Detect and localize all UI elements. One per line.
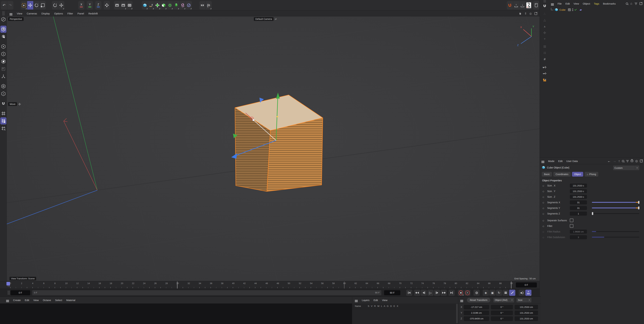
grid-line-snap-button[interactable] [541,50,548,56]
am-back-icon[interactable]: ← [607,159,611,163]
tab-basic[interactable]: Basic [542,172,552,176]
layers-menu-edit[interactable]: Edit [374,299,378,302]
material-menu-icon[interactable] [6,300,9,300]
mat-menu-create[interactable]: Create [13,299,21,302]
viewport-canvas[interactable]: Y X Z Perspective Default Camera ⇄ Move … [7,16,540,281]
segments-z-slider[interactable] [592,213,639,214]
coordinates-menu-icon[interactable] [460,300,463,300]
go-to-end-button[interactable] [448,290,455,296]
autokey-button[interactable]: A [464,290,470,296]
view-label[interactable]: Perspective [8,17,24,21]
layers-menu-view[interactable]: View [382,299,388,302]
lock-x-axis[interactable]: X [78,1,84,10]
segments-x-slider[interactable] [592,202,639,203]
om-menu-file[interactable]: File [558,2,562,5]
tweak-mode-button[interactable] [0,66,6,72]
go-to-start-button[interactable] [406,290,412,296]
position-x-field[interactable]: -17.217 cm [464,305,489,310]
fillet-checkbox[interactable] [570,224,573,228]
next-key-button[interactable] [440,290,447,296]
reset-transform-button[interactable]: Reset Transform [467,298,490,302]
edit-render-settings-button[interactable] [126,1,132,10]
previous-key-button[interactable] [414,290,420,296]
spline-pen-menu[interactable] [148,1,154,10]
om-menu-view[interactable]: View [574,2,579,5]
orientation-gizmo[interactable]: Y X Z [517,25,534,46]
viewport-menu-filter[interactable]: Filter [68,12,73,15]
viewport-menu-panel[interactable]: Panel [78,12,84,15]
make-editable-button[interactable] [0,16,6,23]
size-x-field[interactable]: 131.2533 c [570,184,587,188]
enabled-checkmark[interactable] [574,8,576,10]
tab-object[interactable]: Object [572,172,583,176]
redo-button[interactable]: ↷ [7,1,14,10]
orbit-view-icon[interactable]: ◎ [530,12,532,15]
export-button[interactable]: ↑ [513,1,519,10]
mat-menu-select[interactable]: Select [55,299,62,302]
recent-rotate-tool[interactable] [52,1,58,10]
goz-xdel-button[interactable]: XDEL [526,1,532,10]
am-popout-icon[interactable] [640,160,643,162]
om-menu-edit[interactable]: Edit [566,2,570,5]
am-filter-icon[interactable] [626,160,629,161]
snap-toggle-button[interactable] [0,100,6,107]
midpoint-snap-button[interactable]: + [541,36,548,42]
camera-label[interactable]: Default Camera ⇄ [254,17,277,21]
range-slider[interactable]: 0 F 90 F [32,290,381,295]
polygons-mode-button[interactable] [0,58,6,65]
am-menu-mode[interactable]: Mode [548,160,554,162]
spline-primitives-menu[interactable] [154,1,160,10]
quantize-move-button[interactable]: ▶ [541,64,548,70]
palette-grip[interactable] [2,11,4,16]
grid-point-snap-button[interactable] [541,44,548,50]
modeling-settings-button[interactable] [541,76,548,83]
size-x-field[interactable]: 131.2533 cm [514,305,538,310]
axis-snap-button[interactable] [541,30,548,36]
size-y-field[interactable]: 131.2533 c [570,189,587,193]
om-filter-icon[interactable] [635,3,637,3]
mat-menu-edit[interactable]: Edit [25,299,29,302]
range-grip[interactable] [8,290,10,295]
om-popout-icon[interactable] [640,2,642,5]
edge-snap-button[interactable]: △ [541,17,548,23]
keyframe-dot[interactable]: ◇ [542,212,544,215]
mat-menu-material[interactable]: Material [66,299,75,302]
enable-axis-button[interactable] [0,73,6,80]
lock-z-axis[interactable]: Z [95,1,101,10]
scale-tool[interactable] [40,1,46,10]
volume-menu[interactable] [173,1,179,10]
move-tool[interactable] [27,1,33,10]
play-button[interactable]: ▷ [427,290,434,296]
size-y-field[interactable]: 131.2533 cm [514,310,538,315]
separate-surfaces-checkbox[interactable] [570,218,573,222]
record-keyframe-button[interactable] [458,290,464,296]
key-parameter-button[interactable] [502,290,509,296]
viewport-menu-options[interactable]: Options [54,12,63,15]
edges-mode-button[interactable] [0,50,6,58]
maximize-view-icon[interactable] [534,12,537,15]
rotation-y-field[interactable]: 0 ° [491,310,513,315]
fields-menu[interactable] [186,1,192,10]
object-name-label[interactable]: Cube [560,8,566,11]
tab-coordinates[interactable]: Coordinates [553,172,571,176]
workplane-button[interactable] [0,110,6,117]
current-frame-field[interactable]: 0 F [10,290,30,295]
vertex-snap-button[interactable]: ∴ [541,11,548,17]
primitive-cube-menu[interactable] [142,1,148,10]
next-frame-button[interactable] [434,290,440,296]
layer-toggle[interactable] [568,8,571,11]
keyframe-dot[interactable]: ◇ [542,219,544,222]
viewport-solo-button[interactable] [0,83,6,90]
previous-frame-button[interactable] [421,290,427,296]
om-search-icon[interactable] [626,2,628,5]
om-menu-bookmarks[interactable]: Bookmarks [603,2,616,5]
keyframe-dot[interactable]: ◇ [542,196,544,198]
viewport-menu-redshift[interactable]: Redshift [88,12,98,15]
viewport-menu-cameras[interactable]: Cameras [27,12,37,15]
segments-y-slider[interactable] [592,208,639,208]
subdivision-surface-menu[interactable] [160,1,167,10]
polygon-snap-button[interactable]: ▲ [541,23,548,30]
model-mode-button[interactable] [0,26,6,33]
am-menu-icon[interactable] [542,161,544,161]
object-tree-row[interactable]: Cube ▰ [551,8,582,12]
